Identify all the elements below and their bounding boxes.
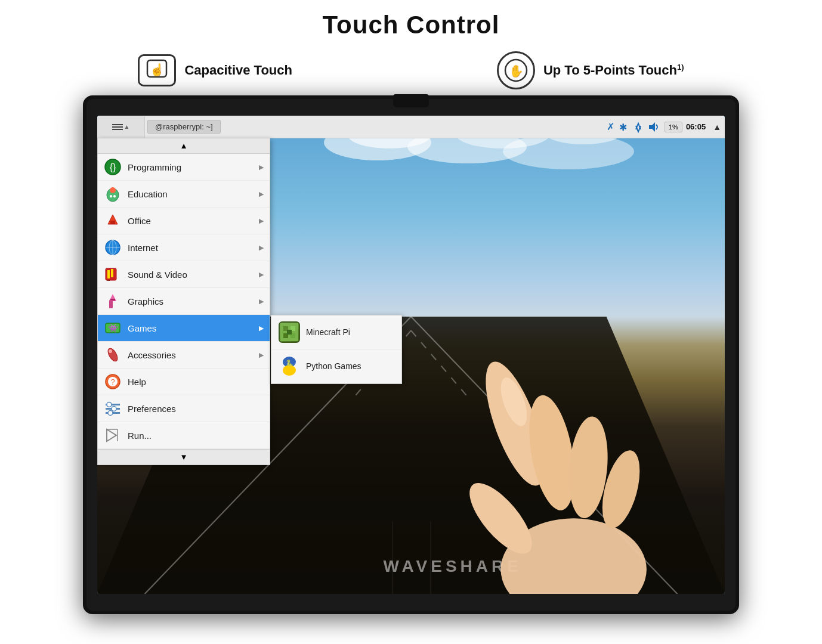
superscript: 1) [677,63,684,72]
battery-label: 1% [669,123,678,131]
accessories-arrow: ▶ [259,351,264,359]
office-label: Office [128,216,253,226]
multitouch-hand-icon: ✋ [504,58,528,82]
education-icon: ●● [104,185,122,203]
svg-text:●●: ●● [109,193,116,199]
multitouch-feature: ✋ Up To 5-Points Touch1) [497,51,684,89]
sound-video-icon [104,265,122,283]
eject-icon[interactable]: ▲ [709,122,725,132]
svg-rect-30 [109,300,113,308]
menu-item-preferences[interactable]: Preferences [98,395,270,422]
battery-indicator: 1% [665,122,682,132]
run-label: Run... [128,431,264,441]
start-menu-button[interactable]: ▲ [97,116,145,138]
games-submenu: Minecraft Pi 🐍 Python Gam [271,315,402,384]
menu-item-internet[interactable]: Internet ▶ [98,234,270,261]
programming-icon: {} [104,158,122,176]
svg-marker-13 [649,122,655,132]
games-icon: 👾 [104,319,122,337]
monitor-wrapper: WAVESHARE ▲ @raspberrypi: ~] [83,95,739,614]
help-label: Help [128,377,264,387]
svg-text:☝: ☝ [150,63,165,77]
menu-item-sound-video[interactable]: Sound & Video ▶ [98,261,270,288]
terminal-window-button[interactable]: @raspberrypi: ~] [147,120,221,134]
programming-arrow: ▶ [259,163,264,171]
capacitive-touch-label: Capacitive Touch [184,63,292,78]
help-icon: ? [104,373,122,391]
preferences-icon [104,400,122,417]
capacitive-touch-feature: ☝ Capacitive Touch [138,54,292,86]
monitor-bezel: WAVESHARE ▲ @raspberrypi: ~] [83,95,739,614]
svg-rect-29 [107,280,110,281]
office-arrow: ▶ [259,217,264,225]
svg-marker-55 [107,429,116,441]
submenu-item-python-games[interactable]: 🐍 Python Games [271,349,401,383]
svg-text:?: ? [110,377,115,386]
features-row: ☝ Capacitive Touch ✋ Up To 5-Points Touc… [0,45,822,98]
run-icon [104,426,122,444]
taskbar: ▲ @raspberrypi: ~] ✗ ✱ [97,116,725,138]
menu-item-programming[interactable]: {} Programming ▶ [98,154,270,181]
svg-text:✱: ✱ [619,122,627,132]
menu-scroll-up-button[interactable]: ▲ [98,138,270,154]
clock: 06:05 [682,122,709,131]
menu-item-graphics[interactable]: Graphics ▶ [98,288,270,315]
start-menu: ▲ {} Programming ▶ ●● Education ▶ [97,138,270,465]
menu-scroll-down-button[interactable]: ▼ [98,449,270,465]
svg-rect-21 [110,221,115,224]
sound-video-label: Sound & Video [128,270,253,280]
bluetooth-icon[interactable]: ✱ [618,121,629,133]
watermark: WAVESHARE [384,557,522,576]
svg-text:👾: 👾 [108,323,119,333]
accessories-label: Accessories [128,350,253,360]
minecraft-label: Minecraft Pi [306,327,350,337]
preferences-label: Preferences [128,404,264,414]
menu-item-help[interactable]: ? Help [98,369,270,395]
education-arrow: ▶ [259,190,264,198]
python-games-icon: 🐍 [279,355,300,377]
terminal-label: @raspberrypi: ~] [155,122,213,131]
svg-rect-28 [111,269,113,277]
header-section: Touch Control [0,0,822,45]
camera-bump [393,94,429,107]
svg-point-44 [106,347,119,363]
games-label: Games [128,323,253,333]
svg-point-53 [112,407,116,411]
minecraft-icon [279,321,300,343]
graphics-icon [104,292,122,310]
svg-point-54 [108,411,113,416]
programming-label: Programming [128,162,253,172]
capacitive-touch-icon: ☝ [138,54,176,86]
office-icon [104,212,122,230]
page-title: Touch Control [0,11,822,39]
menu-item-run[interactable]: Run... [98,422,270,449]
multitouch-label: Up To 5-Points Touch1) [543,63,684,78]
menu-item-games[interactable]: 👾 Games ▶ [98,315,270,342]
svg-text:✋: ✋ [508,64,523,78]
taskbar-icons-area: ✗ ✱ [602,121,665,133]
python-games-label: Python Games [306,361,361,371]
svg-rect-32 [110,299,115,301]
submenu-item-minecraft[interactable]: Minecraft Pi [271,315,401,349]
graphics-arrow: ▶ [259,298,264,305]
network-icon[interactable] [632,121,644,133]
graphics-label: Graphics [128,296,253,306]
accessories-icon [104,346,122,364]
menu-item-accessories[interactable]: Accessories ▶ [98,342,270,369]
svg-rect-27 [107,270,110,278]
internet-arrow: ▶ [259,244,264,252]
volume-icon[interactable] [648,122,660,132]
games-arrow: ▶ [259,324,264,332]
svg-rect-40 [287,330,292,335]
touch-hand-icon: ☝ [145,58,169,82]
svg-point-45 [109,349,112,353]
internet-icon [104,239,122,256]
education-label: Education [128,189,253,199]
multitouch-icon: ✋ [497,51,535,89]
menu-item-education[interactable]: ●● Education ▶ [98,181,270,208]
svg-text:{}: {} [110,162,116,172]
menu-item-office[interactable]: Office ▶ [98,208,270,234]
svg-point-42 [283,365,296,376]
bluetooth-icon[interactable]: ✗ [607,121,614,132]
svg-point-52 [107,402,112,407]
